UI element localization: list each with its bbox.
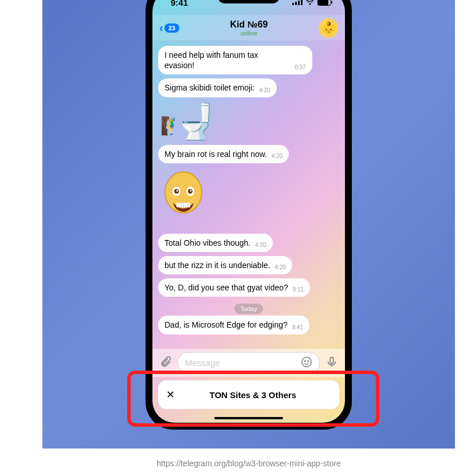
sticker-icon[interactable] bbox=[301, 356, 312, 369]
back-button[interactable]: ‹ 23 bbox=[159, 21, 179, 34]
mini-app-bar[interactable]: ✕ TON Sites & 3 Others bbox=[158, 380, 339, 409]
message-bubble[interactable]: Yo, D, did you see that gyat video? 9:11 bbox=[158, 278, 310, 297]
message-time: 4:20 bbox=[272, 153, 282, 159]
message-bubble[interactable]: Total Ohio vibes though. 4:20 bbox=[158, 234, 273, 252]
message-text: My brain rot is real right now. bbox=[164, 149, 267, 159]
message-text: I need help with fanum tax evasion! bbox=[164, 50, 290, 70]
message-text: Yo, D, did you see that gyat video? bbox=[164, 282, 288, 293]
chevron-left-icon: ‹ bbox=[159, 21, 163, 34]
message-input[interactable]: Message bbox=[178, 352, 320, 373]
phone-frame: 9:41 ‹ 23 Kid №69 online � bbox=[146, 0, 352, 430]
date-label: Today bbox=[234, 304, 262, 314]
wifi-icon bbox=[305, 0, 315, 7]
screenshot-container: 9:41 ‹ 23 Kid №69 online � bbox=[42, 0, 455, 449]
sticker-toilet[interactable]: 🧗‍♂️🚽 bbox=[160, 105, 339, 139]
message-time: 4:20 bbox=[274, 264, 285, 270]
status-time: 9:41 bbox=[171, 0, 188, 7]
message-time: 0:37 bbox=[295, 64, 305, 70]
message-bubble[interactable]: Dad, is Microsoft Edge for edging? 9:41 bbox=[158, 316, 309, 334]
unread-badge: 23 bbox=[164, 23, 179, 33]
message-text: Sigma skibidi toilet emoji: bbox=[164, 82, 254, 93]
svg-point-13 bbox=[302, 357, 312, 367]
contact-name: Kid №69 bbox=[179, 19, 319, 30]
svg-point-14 bbox=[305, 361, 306, 362]
dynamic-island bbox=[217, 0, 280, 3]
message-text: Total Ohio vibes though. bbox=[164, 238, 250, 248]
message-bubble[interactable]: I need help with fanum tax evasion! 0:37 bbox=[158, 46, 312, 74]
contact-status: online bbox=[179, 30, 319, 37]
header-title-group[interactable]: Kid №69 online bbox=[179, 19, 319, 37]
message-time: 4:20 bbox=[255, 242, 266, 248]
mini-app-title: TON Sites & 3 Others bbox=[175, 390, 331, 400]
input-placeholder: Message bbox=[185, 358, 220, 368]
message-text: Dad, is Microsoft Edge for edging? bbox=[164, 320, 288, 330]
avatar[interactable]: 👶 bbox=[319, 18, 338, 38]
close-icon[interactable]: ✕ bbox=[166, 388, 175, 401]
svg-point-15 bbox=[308, 361, 309, 362]
phone-screen: 9:41 ‹ 23 Kid №69 online � bbox=[152, 0, 345, 423]
svg-rect-16 bbox=[330, 357, 333, 363]
home-indicator[interactable] bbox=[214, 417, 283, 419]
svg-point-3 bbox=[176, 190, 178, 191]
message-time: 9:41 bbox=[292, 324, 303, 331]
status-icons bbox=[292, 0, 331, 7]
message-bubble[interactable]: Sigma skibidi toilet emoji: 4:20 bbox=[158, 78, 277, 97]
sticker-bald-emoji[interactable] bbox=[158, 167, 339, 234]
svg-point-6 bbox=[190, 190, 192, 191]
cellular-signal-icon bbox=[292, 0, 303, 5]
message-time: 4:20 bbox=[259, 87, 270, 93]
message-time: 9:11 bbox=[293, 286, 304, 293]
message-bubble[interactable]: My brain rot is real right now. 4:20 bbox=[158, 145, 289, 163]
message-bubble[interactable]: but the rizz in it is undeniable. 4:20 bbox=[158, 256, 292, 274]
messages-list[interactable]: I need help with fanum tax evasion! 0:37… bbox=[152, 41, 345, 349]
microphone-icon[interactable] bbox=[325, 356, 338, 371]
message-text: but the rizz in it is undeniable. bbox=[164, 260, 270, 270]
attach-icon[interactable] bbox=[159, 356, 172, 371]
chat-header: ‹ 23 Kid №69 online 👶 bbox=[152, 15, 345, 41]
battery-icon bbox=[317, 0, 331, 6]
date-separator: Today bbox=[158, 303, 339, 313]
image-caption: https://telegram.org/blog/w3-browser-min… bbox=[156, 459, 340, 468]
message-input-row: Message bbox=[152, 349, 345, 377]
